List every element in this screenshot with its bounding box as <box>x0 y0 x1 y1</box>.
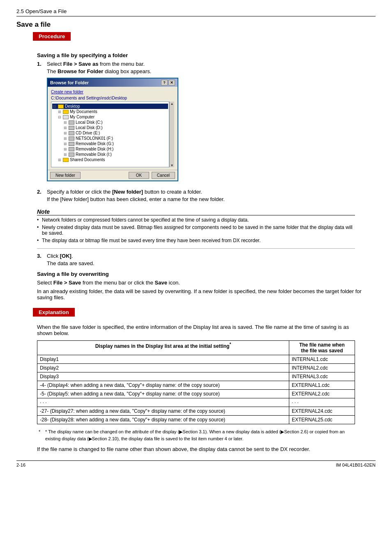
step-3-num: 3. <box>37 253 47 268</box>
section-header: 2.5 Open/Save a File <box>16 8 376 16</box>
create-new-folder-link[interactable]: Create new folder <box>51 90 83 94</box>
page-title: Save a file <box>16 21 376 29</box>
dialog-path: C:\Documents and Settings\nsdc\Desktop <box>51 96 174 100</box>
tree-label-mydocs: My Documents <box>70 109 97 114</box>
procedure-badge: Procedure <box>33 32 71 41</box>
note-item-3: The display data or bitmap file must be … <box>37 238 355 243</box>
browse-folder-dialog: Browse for Folder ? ✕ Create new folder … <box>47 78 178 181</box>
table-row: -27- (Display27: when adding a new data,… <box>37 407 355 416</box>
step-2-num: 2. <box>37 189 47 204</box>
tree-item-shareddocs[interactable]: ⊞ Shared Documents <box>52 157 168 162</box>
step-3-main: Click [OK]. <box>47 253 376 259</box>
table-col1-header: Display names in the Display list area a… <box>37 341 289 355</box>
drive-icon <box>69 142 74 146</box>
table-cell-filename: EXTERNAL24.cdc <box>289 407 355 416</box>
ok-button[interactable]: OK <box>129 172 149 179</box>
folder-icon <box>63 158 69 162</box>
step-3-content: Click [OK]. The data are saved. <box>47 253 376 268</box>
folder-icon <box>63 110 69 114</box>
tree-item-mydocs[interactable]: ⊞ My Documents <box>52 109 168 114</box>
overwrite-text2: In an already existing folder, the data … <box>37 288 376 301</box>
tree-label-shareddocs: Shared Documents <box>70 157 105 162</box>
folder-tree[interactable]: ⊟ Desktop ⊞ My Documents ⊟ <box>51 102 169 167</box>
explanation-section: Explanation When the file save folder is… <box>16 308 376 452</box>
drive-icon <box>69 131 74 135</box>
dialog-body: Create new folder C:\Documents and Setti… <box>48 87 178 170</box>
note-title: Note <box>37 208 355 215</box>
table-cell-display: Display3 <box>37 372 289 381</box>
comp-icon <box>63 115 69 119</box>
table-cell-display: -4- (Display4: when adding a new data, "… <box>37 381 289 390</box>
new-folder-button[interactable]: New folder <box>50 172 81 179</box>
table-cell-filename: INTERNAL1.cdc <box>289 355 355 364</box>
note-item-2: Newly created display data must be saved… <box>37 224 355 236</box>
drive-icon <box>69 153 74 157</box>
drive-icon <box>69 126 74 130</box>
subsection1-title: Saving a file by specifying a folder <box>37 52 376 58</box>
folder-icon <box>58 104 64 109</box>
tree-scroll-wrap: ⊟ Desktop ⊞ My Documents ⊟ <box>51 102 174 167</box>
table-cell-display: · · · <box>37 398 289 407</box>
table-col2-header-text: The file name whenthe file was saved <box>299 342 345 354</box>
table-row: · · ·· · · <box>37 398 355 407</box>
table-row: Display2INTERNAL2.cdc <box>37 364 355 372</box>
section-label: 2.5 Open/Save a File <box>16 8 67 14</box>
tree-item-removablei[interactable]: ⊞ Removable Disk (I:) <box>52 152 168 157</box>
footnote-star: * <box>39 428 40 435</box>
dialog-help-icon[interactable]: ? <box>161 80 168 86</box>
table-col2-header: The file name whenthe file was saved <box>289 341 355 355</box>
tree-label-removableh: Removable Disk (H:) <box>76 147 113 151</box>
footnote: * * The display name can be changed on t… <box>45 428 355 442</box>
footer-bar: 2-16 IM 04L41B01-62EN <box>16 460 376 467</box>
note-list: Network folders or compressed folders ca… <box>37 217 355 243</box>
tree-label-removablei: Removable Disk (I:) <box>76 152 112 157</box>
step-1-block: 1. Select File > Save as from the menu b… <box>37 61 376 185</box>
table-cell-filename: · · · <box>289 398 355 407</box>
tree-item-locald[interactable]: ⊞ Local Disk (D:) <box>52 125 168 130</box>
expand-icon: ⊞ <box>58 158 62 162</box>
note-item-1: Network folders or compressed folders ca… <box>37 217 355 223</box>
expand-icon: ⊞ <box>64 120 68 125</box>
tree-label-removableg: Removable Disk (G:) <box>76 141 114 146</box>
drive-icon <box>69 147 74 151</box>
table-row: Display3INTERNAL3.cdc <box>37 372 355 381</box>
tree-item-removableg[interactable]: ⊞ Removable Disk (G:) <box>52 141 168 146</box>
expand-icon: ⊞ <box>64 131 68 135</box>
table-row: Display1INTERNAL1.cdc <box>37 355 355 364</box>
tree-item-netdrive[interactable]: ⊞ NETSOLONK01 (F:) <box>52 136 168 141</box>
expand-icon: ⊞ <box>64 142 68 146</box>
subsection2-title: Saving a file by overwriting <box>37 271 376 277</box>
tree-item-desktop[interactable]: ⊟ Desktop <box>52 104 168 109</box>
table-cell-display: Display2 <box>37 364 289 372</box>
table-row: -5- (Display5: when adding a new data, "… <box>37 390 355 398</box>
last-paragraph: If the file name is changed to file name… <box>37 446 355 452</box>
scroll-down-arrow: ▼ <box>171 164 174 167</box>
dialog-close-icon[interactable]: ✕ <box>168 80 175 86</box>
table-col1-star: * <box>229 342 231 347</box>
tree-label-cddrive: CD Drive (E:) <box>76 131 100 135</box>
page: 2.5 Open/Save a File Save a file Procedu… <box>0 0 392 555</box>
scrollbar[interactable]: ▲ ▼ <box>169 102 174 167</box>
step-3-sub: The data are saved. <box>47 260 376 266</box>
tree-item-cddrive[interactable]: ⊞ CD Drive (E:) <box>52 130 168 136</box>
tree-label-netdrive: NETSOLONK01 (F:) <box>76 136 113 141</box>
step-2-main: Specify a folder or click the [New folde… <box>47 189 376 195</box>
tree-label-desktop: Desktop <box>65 104 80 109</box>
step-2-sub: If the [New folder] button has been clic… <box>47 196 376 202</box>
table-col1-header-text: Display names in the Display list area a… <box>95 343 230 349</box>
step-2-block: 2. Specify a folder or click the [New fo… <box>37 189 376 204</box>
table-row: -4- (Display4: when adding a new data, "… <box>37 381 355 390</box>
tree-item-localc[interactable]: ⊞ Local Disk (C:) <box>52 120 168 125</box>
expand-icon: ⊞ <box>58 110 62 114</box>
explanation-text: When the file save folder is specified, … <box>37 324 355 336</box>
footnote-text: * The display name can be changed on the… <box>45 429 345 441</box>
cancel-button[interactable]: Cancel <box>152 172 175 179</box>
note-block: Note Network folders or compressed folde… <box>37 208 355 243</box>
tree-label-localc: Local Disk (C:) <box>76 120 103 125</box>
table-cell-filename: INTERNAL2.cdc <box>289 364 355 372</box>
expand-icon: ⊞ <box>64 153 68 157</box>
footer-left: 2-16 <box>16 462 25 467</box>
tree-item-removableh[interactable]: ⊞ Removable Disk (H:) <box>52 146 168 152</box>
step-2-content: Specify a folder or click the [New folde… <box>47 189 376 204</box>
tree-item-mycomputer[interactable]: ⊟ My Computer <box>52 114 168 120</box>
